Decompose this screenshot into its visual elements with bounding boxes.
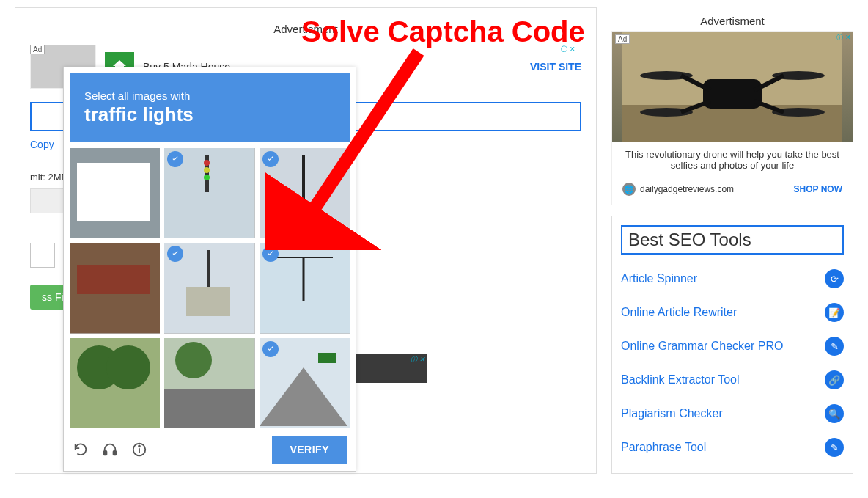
sidebar-ad-text: This revolutionary drone will help you t…: [612, 142, 853, 178]
svg-point-31: [139, 446, 140, 447]
svg-rect-22: [164, 389, 254, 428]
captcha-tile-1[interactable]: [70, 148, 160, 238]
svg-rect-28: [114, 451, 117, 455]
svg-point-23: [175, 342, 212, 378]
seo-item[interactable]: Paraphrase Tool✎: [621, 431, 844, 464]
reload-icon[interactable]: [73, 442, 89, 458]
seo-link[interactable]: Paraphrase Tool: [621, 441, 706, 454]
seo-tools-title: Best SEO Tools: [621, 225, 844, 255]
svg-rect-13: [186, 287, 230, 316]
sidebar-ad-label: Advertisment: [611, 15, 853, 27]
svg-point-7: [204, 175, 210, 180]
seo-item[interactable]: Online Article Rewriter📝: [621, 296, 844, 329]
seo-item[interactable]: Article Spinner⟳: [621, 262, 844, 296]
recaptcha-checkbox[interactable]: [30, 243, 55, 268]
captcha-tile-7[interactable]: [70, 338, 160, 428]
seo-item[interactable]: Plagiarism Checker🔍: [621, 397, 844, 431]
seo-item[interactable]: Backlink Extractor Tool🔗: [621, 363, 844, 397]
tool-icon: ✎: [825, 337, 844, 356]
ad-badge: Ad: [30, 45, 45, 54]
seo-link[interactable]: Backlink Extractor Tool: [621, 373, 740, 387]
copy-link[interactable]: Copy: [30, 139, 54, 150]
sidebar: Advertisment Ad ⓘ ✕ This: [611, 7, 853, 474]
captcha-tile-8[interactable]: [164, 338, 254, 428]
tool-icon: ⟳: [825, 269, 844, 288]
captcha-tile-4[interactable]: [70, 243, 160, 333]
seo-link[interactable]: Article Spinner: [621, 272, 697, 285]
sidebar-ad-domain: 🌐dailygadgetreviews.com: [622, 183, 734, 196]
annotation-text: Solve Captcha Code: [301, 15, 585, 48]
sidebar-ad-badge: Ad: [615, 34, 630, 44]
captcha-tile-6[interactable]: [260, 243, 350, 333]
shop-now-link[interactable]: SHOP NOW: [794, 184, 842, 194]
seo-tools-panel: Best SEO Tools Article Spinner⟳ Online A…: [611, 216, 853, 474]
headphones-icon[interactable]: [102, 442, 118, 458]
captcha-tile-5[interactable]: [164, 243, 254, 333]
tool-icon: ✎: [825, 438, 844, 457]
svg-point-20: [106, 345, 150, 389]
info-icon[interactable]: [131, 442, 147, 458]
tool-icon: 🔍: [825, 404, 844, 423]
captcha-tile-2[interactable]: [164, 148, 254, 238]
globe-icon: 🌐: [622, 183, 636, 196]
tool-icon: 📝: [825, 303, 844, 322]
main-content: Advertisment Ad ⓘ ✕ Buy 5 Marla House VI…: [15, 7, 597, 474]
sidebar-advertisement[interactable]: Ad ⓘ ✕ This revolutionary drone wil: [611, 31, 853, 205]
seo-link[interactable]: Plagiarism Checker: [621, 407, 723, 420]
svg-point-5: [204, 160, 210, 166]
svg-line-0: [301, 52, 419, 228]
bottom-ad-info-icon[interactable]: ⓘ ✕: [411, 355, 425, 365]
verify-button[interactable]: VERIFY: [272, 436, 347, 464]
drone-image: [612, 32, 853, 142]
svg-point-6: [204, 167, 210, 173]
svg-rect-38: [703, 79, 762, 109]
svg-rect-2: [77, 163, 150, 221]
seo-link[interactable]: Online Grammar Checker PRO: [621, 340, 783, 353]
svg-rect-11: [77, 265, 150, 294]
sidebar-ad-info-icon[interactable]: ⓘ ✕: [836, 33, 851, 43]
visit-site-link[interactable]: VISIT SITE: [530, 61, 581, 73]
annotation-arrow: [265, 45, 433, 250]
svg-rect-27: [104, 451, 107, 455]
captcha-tile-9[interactable]: [260, 338, 350, 428]
checkmark-icon: [262, 341, 279, 357]
seo-link[interactable]: Online Article Rewriter: [621, 306, 737, 319]
seo-item[interactable]: Online Grammar Checker PRO✎: [621, 329, 844, 363]
svg-rect-14: [207, 250, 210, 287]
tool-icon: 🔗: [825, 370, 844, 389]
svg-rect-26: [318, 353, 336, 363]
